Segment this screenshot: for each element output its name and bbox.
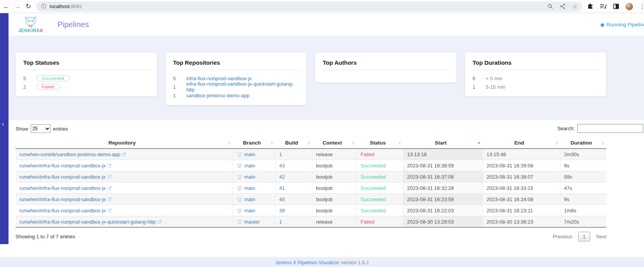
page-size-select[interactable]: 25 — [31, 124, 51, 133]
repository-link[interactable]: infra-flux-nonprod-sandbox-jx — [186, 76, 252, 81]
side-panel-icon[interactable] — [613, 3, 619, 9]
reading-list-icon[interactable] — [600, 3, 607, 9]
page-number-button[interactable]: 1 — [578, 232, 590, 241]
end-cell: 2023-08-31 16:23:11 — [482, 205, 560, 216]
status-text: Succeeded — [361, 196, 386, 202]
radio-selected-icon: ◉ — [600, 22, 604, 27]
back-icon[interactable]: ← — [3, 3, 10, 10]
branch-link[interactable]: main — [245, 163, 255, 169]
pipelines-table: Repository▲▼Branch▲▼Build▲▼Context▲▼Stat… — [15, 137, 606, 227]
column-label: End — [514, 140, 524, 146]
forward-icon[interactable]: → — [14, 3, 21, 10]
branch-cell: main — [232, 205, 275, 216]
branch-link[interactable]: main — [245, 174, 255, 180]
card-divider — [471, 70, 600, 70]
site-info-icon[interactable]: ⓘ — [41, 4, 46, 9]
column-header-start[interactable]: Start▼ — [403, 137, 482, 149]
start-cell: 2023-08-31 16:22:03 — [403, 205, 482, 216]
jenkins-x-wordmark: JENKINSX — [18, 28, 43, 33]
column-header-end[interactable]: End▲▼ — [482, 137, 560, 149]
branch-link[interactable]: main — [245, 208, 255, 214]
column-header-context[interactable]: Context▲▼ — [312, 137, 356, 149]
status-cell: Succeeded — [356, 183, 403, 194]
card-divider — [22, 70, 151, 70]
context-cell: bootjob — [312, 205, 356, 216]
column-header-build[interactable]: Build▲▼ — [275, 137, 312, 149]
sidebar-collapse-icon[interactable]: ‹ — [2, 121, 4, 127]
bookmark-star-icon[interactable]: ☆ — [572, 3, 577, 9]
build-link[interactable]: 40 — [279, 196, 285, 202]
external-link-icon — [108, 186, 112, 190]
external-link-icon — [108, 164, 112, 167]
column-header-branch[interactable]: Branch▲▼ — [232, 137, 275, 149]
repository-link[interactable]: runwhen/infra-flux-nonprod-sandbox-jx — [19, 196, 106, 202]
sort-icon: ▲▼ — [399, 141, 401, 145]
next-page-button[interactable]: Next — [596, 234, 606, 239]
build-link[interactable]: 1 — [279, 152, 282, 157]
repository-link[interactable]: runwhen/infra-flux-nonprod-sandbox-jx — [19, 208, 106, 214]
table-row: runwhen-contrib/sandbox-jenkinsx-demo-ap… — [15, 149, 606, 160]
stats-section: Top Statuses 5Succeeded2Failed Top Repos… — [9, 36, 644, 120]
branch-link[interactable]: main — [245, 185, 255, 191]
stat-count: 6 — [473, 76, 486, 81]
pipelines-table-section: Show 25 entries Search: Repository▲▼Bran… — [9, 120, 644, 241]
duration-cell: 2m30s — [560, 149, 606, 160]
extensions-puzzle-icon[interactable] — [587, 3, 594, 10]
build-link[interactable]: 41 — [279, 185, 285, 191]
sort-icon: ▲▼ — [556, 141, 558, 145]
external-link-icon — [108, 208, 112, 212]
repository-cell: runwhen/infra-flux-nonprod-sandbox-jx — [15, 171, 232, 183]
repository-cell: runwhen/infra-flux-nonprod-sandbox-jx — [15, 194, 232, 205]
sort-icon: ▲▼ — [352, 141, 355, 145]
previous-page-button[interactable]: Previous — [553, 234, 572, 239]
visualizer-link[interactable]: Jenkins X Pipelines Visualizer — [275, 260, 339, 265]
jenkins-x-logo[interactable]: JENKINSX — [14, 16, 47, 33]
repository-link[interactable]: sandbox-jenkinsx-demo-app — [186, 93, 250, 98]
zoom-icon[interactable] — [548, 3, 553, 9]
sort-icon: ▲▼ — [228, 141, 231, 145]
column-header-repository[interactable]: Repository▲▼ — [15, 137, 232, 149]
build-link[interactable]: 43 — [279, 163, 285, 169]
branch-link[interactable]: main — [245, 196, 255, 202]
table-row: runwhen/infra-flux-nonprod-sandbox-jxmai… — [15, 171, 606, 183]
start-cell: 2023-08-31 16:37:08 — [403, 171, 482, 183]
repository-link[interactable]: runwhen-contrib/sandbox-jenkinsx-demo-ap… — [19, 152, 120, 157]
table-search: Search: — [557, 124, 643, 133]
table-row: runwhen/infra-flux-nonprod-sandbox-jxmai… — [15, 194, 606, 205]
column-header-status[interactable]: Status▲▼ — [356, 137, 403, 149]
table-row: runwhen/infra-flux-nonprod-sandbox-jxmai… — [15, 160, 606, 171]
sort-desc-icon: ▼ — [271, 143, 273, 145]
entries-label: entries — [53, 126, 68, 132]
profile-avatar[interactable] — [625, 3, 633, 10]
repository-link[interactable]: runwhen/infra-flux-nonprod-sandbox-jx — [19, 174, 106, 180]
build-link[interactable]: 1 — [279, 219, 282, 225]
repository-cell: runwhen/infra-flux-nonprod-sandbox-jx — [15, 183, 232, 194]
search-input[interactable] — [577, 124, 643, 133]
sort-desc-icon: ▼ — [602, 143, 604, 145]
share-icon[interactable] — [560, 3, 566, 9]
external-link-icon — [158, 220, 162, 224]
context-cell: bootjob — [312, 160, 356, 171]
branch-link[interactable]: main — [245, 152, 255, 157]
address-bar[interactable]: ⓘ localhost:8081 ☆ — [36, 2, 582, 12]
status-cell: Failed — [356, 216, 403, 227]
build-link[interactable]: 42 — [279, 174, 285, 180]
sort-icon: ▲▼ — [602, 141, 604, 145]
repository-link[interactable]: runwhen/infra-flux-nonprod-sandbox-jx-qu… — [19, 219, 156, 225]
start-cell: 2023-08-31 16:23:59 — [403, 194, 482, 205]
browser-menu-icon[interactable]: ⋮ — [639, 3, 644, 9]
context-cell: bootjob — [312, 183, 356, 194]
repository-link[interactable]: runwhen/infra-flux-nonprod-sandbox-jx — [19, 185, 106, 191]
build-cell: 43 — [275, 160, 312, 171]
stat-count: 5 — [23, 76, 36, 81]
repository-link[interactable]: infra-flux-nonprod-sandbox-jx-quickstart… — [186, 81, 299, 93]
reload-icon[interactable]: ↻ — [26, 3, 31, 10]
top-durations-list: 6< 5 min15-15 min — [473, 74, 599, 91]
column-header-duration[interactable]: Duration▲▼ — [560, 137, 606, 149]
stat-count: 2 — [23, 84, 36, 90]
branch-link[interactable]: master — [245, 219, 260, 225]
repository-link[interactable]: runwhen/infra-flux-nonprod-sandbox-jx — [19, 163, 106, 169]
build-cell: 1 — [275, 149, 312, 160]
build-link[interactable]: 39 — [279, 208, 285, 214]
running-pipelines-toggle[interactable]: ◉ Running Pipelines — [600, 22, 644, 28]
